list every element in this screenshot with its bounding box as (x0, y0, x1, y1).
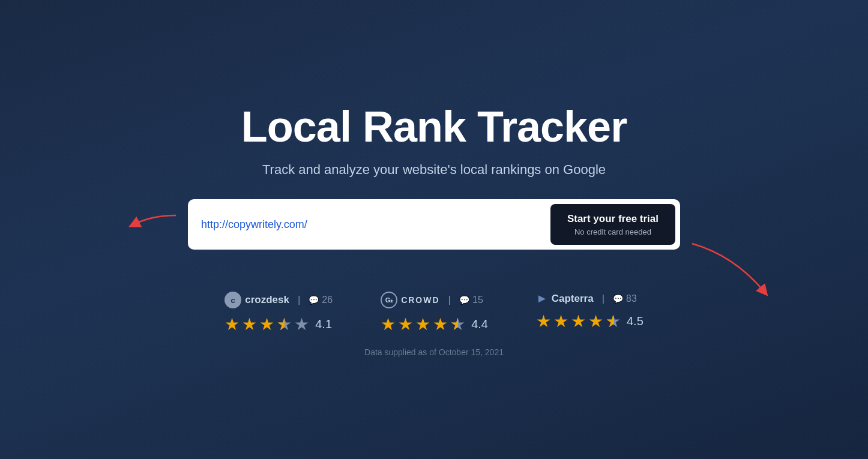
divider-1: | (298, 294, 300, 306)
star-3: ★ (259, 314, 274, 334)
capterra-logo: ► Capterra (536, 292, 594, 305)
crozdesk-label: crozdesk (245, 294, 289, 306)
g2-star-5: ★ ★ (450, 314, 465, 334)
g2-count: 15 (472, 295, 483, 305)
g2-star-1: ★ (381, 314, 396, 334)
star-2: ★ (242, 314, 257, 334)
capterra-label: Capterra (552, 293, 594, 305)
g2-star-2: ★ (398, 314, 413, 334)
cta-button-subtitle: No credit card needed (574, 227, 651, 236)
capterra-star-5: ★ ★ (606, 311, 621, 331)
crozdesk-comment-icon: 💬 (309, 295, 319, 305)
divider-3: | (602, 293, 604, 305)
page-title: Local Rank Tracker (241, 102, 627, 151)
cta-button-title: Start your free trial (567, 212, 659, 226)
g2-label: CROWD (401, 295, 439, 305)
capterra-star-3: ★ (571, 311, 586, 331)
crozdesk-count: 26 (322, 295, 333, 305)
g2-score: 4.4 (471, 317, 488, 331)
ratings-section: c crozdesk | 💬 26 ★ ★ ★ ★ ★ ★ 4.1 (225, 292, 643, 334)
g2-icon: G₂ (381, 292, 397, 308)
data-note: Data supplied as of October 15, 2021 (364, 347, 504, 357)
capterra-count: 83 (626, 293, 637, 304)
capterra-score: 4.5 (627, 314, 643, 328)
crozdesk-review-count: 💬 26 (309, 295, 333, 305)
crozdesk-logo: c crozdesk (225, 292, 289, 308)
start-trial-button[interactable]: Start your free trial No credit card nee… (550, 204, 675, 245)
g2-star-4: ★ (433, 314, 448, 334)
crozdesk-brand-row: c crozdesk | 💬 26 (225, 292, 333, 308)
capterra-review-count: 💬 83 (613, 293, 637, 304)
page-subtitle: Track and analyze your website's local r… (262, 162, 606, 178)
url-input[interactable] (201, 212, 550, 237)
g2-stars: ★ ★ ★ ★ ★ ★ 4.4 (381, 314, 488, 334)
capterra-comment-icon: 💬 (613, 294, 623, 304)
g2-comment-icon: 💬 (459, 295, 469, 305)
g2-review-count: 💬 15 (459, 295, 483, 305)
hero-section: Local Rank Tracker Track and analyze you… (0, 102, 868, 357)
g2-star-3: ★ (415, 314, 430, 334)
crozdesk-rating: c crozdesk | 💬 26 ★ ★ ★ ★ ★ ★ 4.1 (225, 292, 333, 334)
capterra-star-4: ★ (588, 311, 603, 331)
star-5: ★ (294, 314, 309, 334)
search-form-wrapper: Start your free trial No credit card nee… (188, 199, 680, 250)
star-4: ★ ★ (277, 314, 292, 334)
capterra-stars: ★ ★ ★ ★ ★ ★ 4.5 (536, 311, 643, 331)
g2-logo: G₂ CROWD (381, 292, 439, 308)
crozdesk-icon: c (225, 292, 241, 308)
capterra-star-2: ★ (553, 311, 568, 331)
capterra-rating: ► Capterra | 💬 83 ★ ★ ★ ★ ★ ★ 4.5 (536, 292, 643, 331)
capterra-star-1: ★ (536, 311, 551, 331)
divider-2: | (448, 294, 451, 306)
g2-brand-row: G₂ CROWD | 💬 15 (381, 292, 483, 308)
g2-rating: G₂ CROWD | 💬 15 ★ ★ ★ ★ ★ ★ 4.4 (381, 292, 488, 334)
crozdesk-stars: ★ ★ ★ ★ ★ ★ 4.1 (225, 314, 332, 334)
search-container: Start your free trial No credit card nee… (188, 199, 680, 250)
capterra-brand-row: ► Capterra | 💬 83 (536, 292, 637, 305)
right-arrow-annotation (686, 238, 776, 298)
left-arrow-annotation (116, 212, 182, 236)
capterra-icon: ► (536, 292, 548, 305)
crozdesk-score: 4.1 (315, 317, 332, 331)
star-1: ★ (225, 314, 240, 334)
